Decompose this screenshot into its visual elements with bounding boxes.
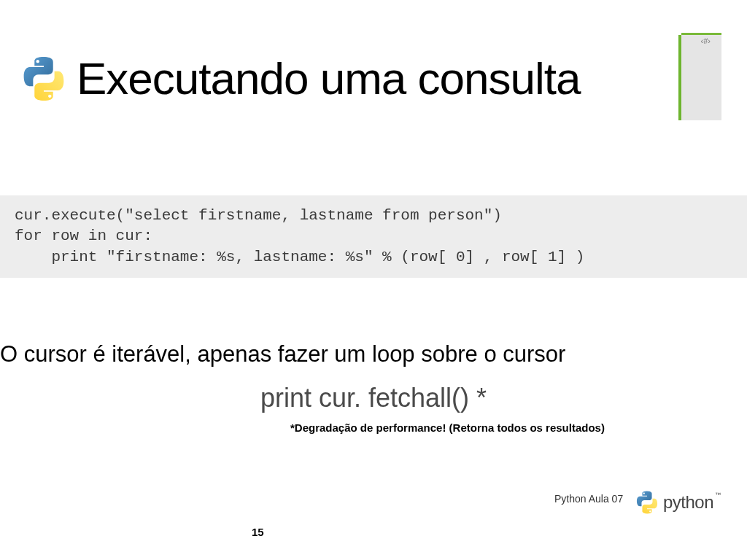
- footer-label: Python Aula 07: [554, 493, 623, 505]
- slide-number: 15: [252, 526, 264, 538]
- page-indicator: ‹#›: [701, 36, 711, 45]
- tm-mark: ™: [715, 491, 721, 498]
- slide-header: Executando uma consulta: [18, 52, 580, 104]
- python-logo-small-icon: [634, 489, 660, 516]
- print-fetchall-line: print cur. fetchall() *: [0, 383, 747, 413]
- accent-bar-green: [678, 35, 681, 120]
- python-footer-logo: python ™: [634, 487, 732, 518]
- code-block: cur.execute("select firstname, lastname …: [0, 195, 747, 278]
- accent-bar: [681, 33, 721, 120]
- performance-footnote: *Degradação de performance! (Retorna tod…: [290, 421, 605, 434]
- slide-title: Executando uma consulta: [77, 52, 580, 104]
- python-logo-icon: [18, 53, 69, 104]
- cursor-description: O cursor é iterável, apenas fazer um loo…: [0, 341, 747, 368]
- python-footer-word: python: [663, 492, 713, 513]
